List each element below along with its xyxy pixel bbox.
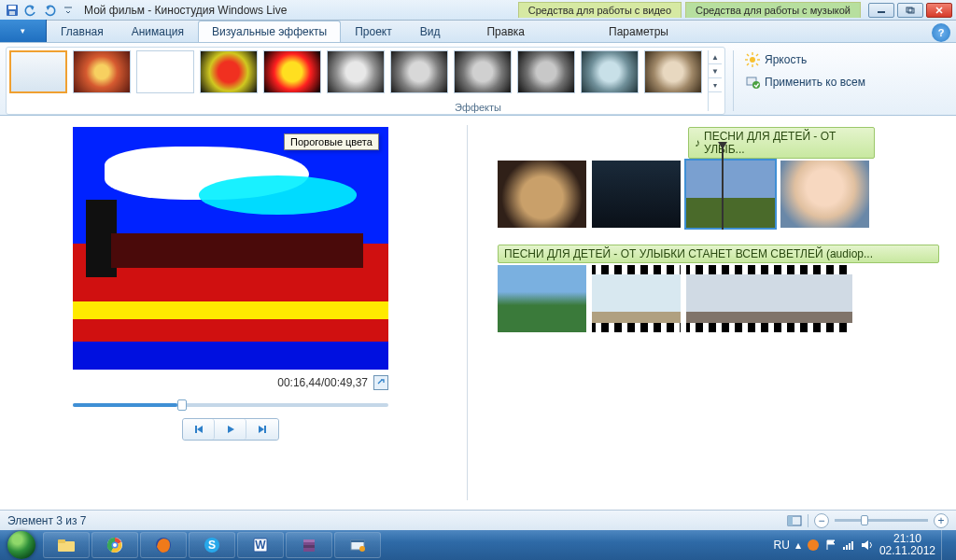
svg-rect-40 — [849, 543, 851, 550]
svg-point-37 — [808, 539, 819, 551]
view-toggle-button[interactable] — [787, 515, 802, 526]
effect-cyan[interactable] — [581, 50, 639, 93]
storyboard-row-1 — [498, 161, 939, 228]
clip-thumb-7[interactable] — [686, 265, 852, 332]
playback-controls — [73, 418, 388, 441]
effect-threshold[interactable] — [263, 50, 321, 93]
clip-thumb-4[interactable] — [780, 161, 869, 228]
svg-text:S: S — [208, 539, 216, 552]
zoom-controls: − + — [787, 513, 949, 528]
context-header-video: Средства для работы с видео — [518, 2, 682, 18]
file-menu-button[interactable]: ▾ — [0, 20, 47, 42]
effect-bw-4[interactable] — [517, 50, 575, 93]
svg-line-12 — [756, 63, 758, 65]
minimize-button[interactable] — [868, 3, 894, 18]
effect-bw-3[interactable] — [454, 50, 512, 93]
gallery-more-icon[interactable]: ▾ — [709, 78, 722, 92]
svg-rect-38 — [843, 547, 845, 550]
taskbar: S W RU ▴ 21:10 02.11.2012 — [0, 530, 956, 560]
svg-line-14 — [747, 63, 749, 65]
effect-sepia[interactable] — [644, 50, 702, 93]
playhead[interactable] — [722, 146, 724, 230]
svg-point-6 — [750, 57, 755, 63]
undo-button[interactable] — [22, 2, 39, 19]
clip-thumb-1[interactable] — [498, 161, 586, 228]
system-tray: RU ▴ 21:10 02.11.2012 — [774, 530, 954, 560]
clip-thumb-3[interactable] — [686, 161, 775, 228]
start-button[interactable] — [2, 530, 41, 560]
brightness-icon — [745, 52, 760, 67]
tab-options-music[interactable]: Параметры — [595, 21, 682, 42]
tab-edit-video[interactable]: Правка — [472, 21, 539, 42]
taskbar-firefox[interactable] — [140, 532, 187, 558]
tab-animation[interactable]: Анимация — [118, 21, 198, 42]
fullscreen-button[interactable] — [373, 375, 388, 390]
svg-rect-39 — [846, 545, 848, 550]
seek-bar[interactable] — [73, 403, 388, 407]
brightness-label: Яркость — [765, 53, 807, 66]
tray-lang[interactable]: RU — [774, 539, 790, 552]
tray-flag-icon[interactable] — [825, 539, 836, 551]
effect-bw-1[interactable] — [327, 50, 385, 93]
tray-volume-icon[interactable] — [861, 539, 874, 551]
effect-none[interactable] — [9, 50, 67, 93]
play-button[interactable] — [215, 419, 246, 440]
apply-all-label: Применить ко всем — [765, 76, 865, 89]
music-track-label-1[interactable]: ♪ ПЕСНИ ДЛЯ ДЕТЕЙ - ОТ УЛЫБ... — [688, 127, 875, 159]
svg-rect-33 — [303, 545, 315, 548]
window-title: Мой фильм - Киностудия Windows Live — [77, 4, 518, 17]
effect-bw-2[interactable] — [390, 50, 448, 93]
tray-network-icon[interactable] — [842, 539, 855, 551]
storyboard-row-2 — [498, 265, 939, 332]
zoom-slider[interactable] — [835, 519, 928, 522]
tray-up-icon[interactable]: ▴ — [795, 539, 801, 552]
seek-thumb[interactable] — [177, 399, 187, 411]
save-button[interactable] — [4, 2, 21, 19]
effect-posterize[interactable] — [200, 50, 258, 93]
tray-app-icon[interactable] — [807, 539, 820, 552]
tray-clock[interactable]: 21:10 02.11.2012 — [879, 533, 935, 557]
svg-rect-2 — [9, 11, 15, 15]
tab-home[interactable]: Главная — [47, 21, 118, 42]
zoom-out-button[interactable]: − — [814, 513, 829, 528]
maximize-button[interactable] — [897, 3, 923, 18]
svg-rect-22 — [58, 539, 65, 543]
clip-thumb-6[interactable] — [592, 265, 681, 332]
taskbar-explorer[interactable] — [43, 532, 90, 558]
prev-frame-button[interactable] — [183, 419, 215, 440]
preview-monitor — [73, 127, 388, 370]
effects-gallery[interactable]: ▲ ▼ ▾ — [6, 47, 725, 115]
taskbar-skype[interactable]: S — [189, 532, 235, 558]
show-desktop-button[interactable] — [941, 530, 950, 560]
music-note-icon: ♪ — [695, 136, 700, 149]
tab-visual-effects[interactable]: Визуальные эффекты — [198, 21, 341, 42]
gallery-up-icon[interactable]: ▲ — [709, 50, 722, 64]
taskbar-moviemaker[interactable] — [334, 532, 381, 558]
zoom-in-button[interactable]: + — [934, 513, 949, 528]
taskbar-word[interactable]: W — [237, 532, 284, 558]
gallery-down-icon[interactable]: ▼ — [709, 64, 722, 78]
zoom-slider-thumb[interactable] — [861, 515, 868, 525]
effect-warm[interactable] — [73, 50, 131, 93]
svg-rect-17 — [195, 426, 197, 433]
svg-rect-1 — [8, 6, 16, 9]
svg-rect-20 — [788, 516, 793, 525]
music-track-label-2[interactable]: ПЕСНИ ДЛЯ ДЕТЕЙ - ОТ УЛЫБКИ СТАНЕТ ВСЕМ … — [498, 245, 939, 263]
apply-all-button[interactable]: Применить ко всем — [741, 73, 869, 91]
clip-thumb-2[interactable] — [592, 161, 681, 228]
gallery-scroll[interactable]: ▲ ▼ ▾ — [708, 50, 722, 111]
workspace: 00:16,44/00:49,37 ♪ ПЕСНИ ДЛЯ ДЕТЕЙ - ОТ… — [0, 116, 956, 510]
help-button[interactable]: ? — [932, 23, 950, 42]
taskbar-chrome[interactable] — [91, 532, 138, 558]
quick-access-toolbar — [4, 2, 77, 19]
tab-project[interactable]: Проект — [341, 21, 406, 42]
redo-button[interactable] — [41, 2, 58, 19]
tab-view[interactable]: Вид — [406, 21, 455, 42]
brightness-button[interactable]: Яркость — [741, 50, 869, 69]
close-button[interactable] — [926, 3, 952, 18]
qat-customize-button[interactable] — [60, 2, 77, 19]
effect-edge-detect[interactable] — [136, 50, 194, 93]
taskbar-winrar[interactable] — [286, 532, 332, 558]
clip-thumb-5[interactable] — [498, 265, 586, 332]
next-frame-button[interactable] — [246, 419, 278, 440]
